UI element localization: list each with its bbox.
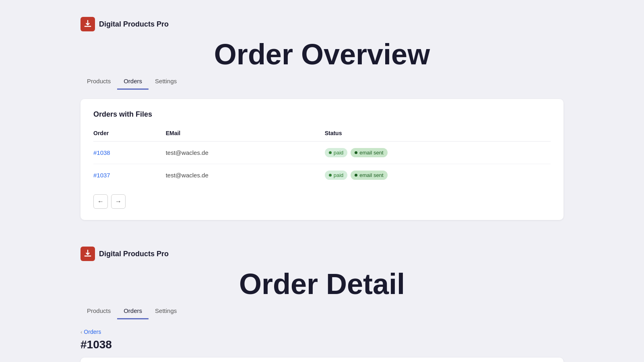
orders-card-title: Orders with Files — [93, 110, 551, 119]
status-badge: email sent — [351, 171, 387, 180]
app-logo-2 — [80, 247, 95, 261]
orders-table: Order EMail Status #1038test@wacles.depa… — [93, 127, 551, 186]
app-logo-1 — [80, 17, 95, 31]
section-order-detail: Digital Products Pro Order Detail Produc… — [0, 233, 644, 362]
tab-settings-1[interactable]: Settings — [149, 74, 183, 90]
status-badge: paid — [325, 148, 348, 157]
page-title-1: Order Overview — [0, 39, 644, 70]
app-name-1: Digital Products Pro — [99, 20, 169, 29]
page-title-2: Order Detail — [0, 268, 644, 300]
orders-card: Orders with Files Order EMail Status #10… — [80, 99, 564, 220]
status-badge: paid — [325, 171, 348, 180]
app-name-2: Digital Products Pro — [99, 250, 169, 258]
next-page-button[interactable]: → — [111, 194, 126, 209]
breadcrumb: ‹ Orders — [0, 329, 644, 335]
badge-dot — [329, 174, 332, 177]
table-row: #1037test@wacles.depaidemail sent — [93, 164, 551, 187]
app-header-2: Digital Products Pro — [0, 239, 644, 268]
order-number-heading: #1038 — [0, 338, 644, 351]
nav-tabs-1: Products Orders Settings — [0, 74, 644, 89]
badge-dot — [355, 151, 357, 154]
breadcrumb-link[interactable]: Orders — [84, 329, 101, 335]
col-status: Status — [325, 127, 551, 142]
col-order: Order — [93, 127, 166, 142]
tab-orders-2[interactable]: Orders — [117, 303, 149, 319]
section-order-overview: Digital Products Pro Order Overview Prod… — [0, 0, 644, 233]
badge-dot — [329, 151, 332, 154]
tab-orders-1[interactable]: Orders — [117, 74, 149, 90]
status-cell: paidemail sent — [325, 164, 551, 187]
prev-page-button[interactable]: ← — [93, 194, 108, 209]
pagination: ← → — [93, 194, 551, 209]
tab-products-1[interactable]: Products — [80, 74, 117, 90]
order-id-cell: #1037 — [93, 164, 166, 187]
order-link[interactable]: #1038 — [93, 149, 110, 156]
email-cell: test@wacles.de — [166, 142, 325, 164]
nav-tabs-2: Products Orders Settings — [0, 303, 644, 319]
status-badge: email sent — [351, 148, 387, 157]
breadcrumb-chevron: ‹ — [80, 329, 82, 335]
app-header-1: Digital Products Pro — [0, 10, 644, 39]
badge-dot — [355, 174, 357, 177]
order-id-cell: #1038 — [93, 142, 166, 164]
status-cell: paidemail sent — [325, 142, 551, 164]
order-detail-card: Order Show in Shopify Email: test@wacles… — [80, 358, 564, 362]
col-email: EMail — [166, 127, 325, 142]
tab-products-2[interactable]: Products — [80, 303, 117, 319]
email-cell: test@wacles.de — [166, 164, 325, 187]
order-link[interactable]: #1037 — [93, 172, 110, 179]
table-row: #1038test@wacles.depaidemail sent — [93, 142, 551, 164]
tab-settings-2[interactable]: Settings — [149, 303, 183, 319]
